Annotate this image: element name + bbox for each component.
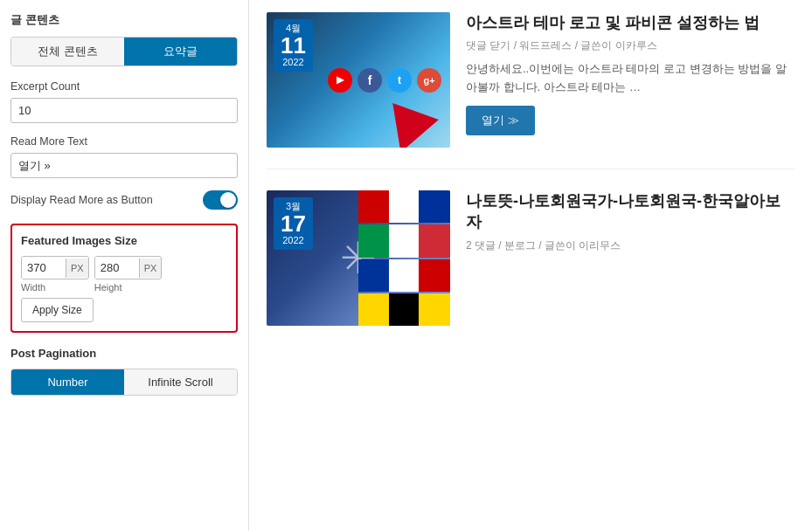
post1-read-more-button[interactable]: 열기 ≫ [466,106,535,135]
read-more-text-input[interactable] [10,153,238,178]
pagination-number-tab[interactable]: Number [11,369,124,395]
excerpt-count-label: Excerpt Count [10,80,238,93]
post-pagination-title: Post Pagination [10,347,238,360]
facebook-icon: f [357,68,382,93]
width-input-wrapper: PX [21,256,89,279]
right-panel: ▶ f t g+ 4월 11 2022 [249,0,812,531]
flags-strip [358,190,450,326]
width-px-label: PX [66,259,88,278]
post1-excerpt: 안녕하세요..이번에는 아스트라 테마의 로고 변경하는 방법을 알아볼까 합니… [466,60,795,97]
flag-bar-3 [358,259,450,292]
display-read-more-row: Display Read More as Button [10,190,238,210]
post1-date-badge: 4월 11 2022 [274,19,313,72]
post1-content: 아스트라 테마 로고 및 파비콘 설정하는 법 댓글 닫기 / 워드프레스 / … [466,12,795,135]
width-sub-label: Width [21,282,45,293]
post2-image-wrapper: ✳ 3월 17 2022 [267,190,450,326]
height-px-label: PX [139,259,162,278]
content-tab-group: 전체 콘텐츠 요약글 [10,37,238,66]
tab-all-content[interactable]: 전체 콘텐츠 [11,38,124,66]
pagination-infinite-tab[interactable]: Infinite Scroll [124,369,237,395]
blog-list: ▶ f t g+ 4월 11 2022 [267,12,795,326]
height-input-wrapper: PX [94,256,163,279]
post2-year: 2022 [281,235,306,246]
featured-images-size-box: Featured Images Size PX Width PX Height … [10,224,238,333]
post2-title: 나토뜻-나토회원국가-나토회원국-한국알아보자 [466,190,795,233]
width-field: PX Width [21,256,89,293]
arrow-overlay [384,93,433,139]
height-field: PX Height [94,256,163,293]
featured-images-size-title: Featured Images Size [21,234,227,247]
youtube-icon: ▶ [328,68,352,93]
excerpt-count-input[interactable] [10,98,238,123]
post1-day: 11 [281,34,306,57]
blog-item: ▶ f t g+ 4월 11 2022 [267,12,795,148]
post2-date-badge: 3월 17 2022 [274,197,313,250]
display-read-more-label: Display Read More as Button [10,194,153,206]
flag-bar-4 [358,293,450,326]
post2-content: 나토뜻-나토회원국가-나토회원국-한국알아보자 2 댓글 / 분로그 / 글쓴이… [466,190,795,260]
pagination-tab-group: Number Infinite Scroll [10,369,238,396]
googleplus-icon: g+ [417,68,441,93]
post1-year: 2022 [281,57,306,68]
post2-day: 17 [281,212,306,235]
twitter-icon: t [387,68,412,93]
left-panel: 글 콘텐츠 전체 콘텐츠 요약글 Excerpt Count Read More… [0,0,249,531]
display-read-more-toggle[interactable] [203,190,238,210]
post1-meta: 댓글 닫기 / 워드프레스 / 글쓴이 이카루스 [466,38,795,53]
post2-meta: 2 댓글 / 분로그 / 글쓴이 이리무스 [466,238,795,253]
post1-title: 아스트라 테마 로고 및 파비콘 설정하는 법 [466,12,795,33]
size-inputs-row: PX Width PX Height Apply Size [21,256,227,322]
height-input[interactable] [95,257,139,279]
post1-image: ▶ f t g+ 4월 11 2022 [267,12,450,148]
post-divider [267,169,795,169]
read-more-text-label: Read More Text [10,135,238,148]
section-title: 글 콘텐츠 [10,12,238,28]
flag-bar-2 [358,224,450,257]
apply-size-button[interactable]: Apply Size [21,298,94,322]
blog-item-2: ✳ 3월 17 2022 나토뜻-나토회원국가-나토 [267,190,795,326]
post2-image: ✳ 3월 17 2022 [267,190,450,326]
post1-image-wrapper: ▶ f t g+ 4월 11 2022 [267,12,450,148]
flag-bar-1 [358,190,450,223]
tab-summary[interactable]: 요약글 [124,38,237,66]
width-input[interactable] [22,257,66,279]
height-sub-label: Height [94,282,122,293]
